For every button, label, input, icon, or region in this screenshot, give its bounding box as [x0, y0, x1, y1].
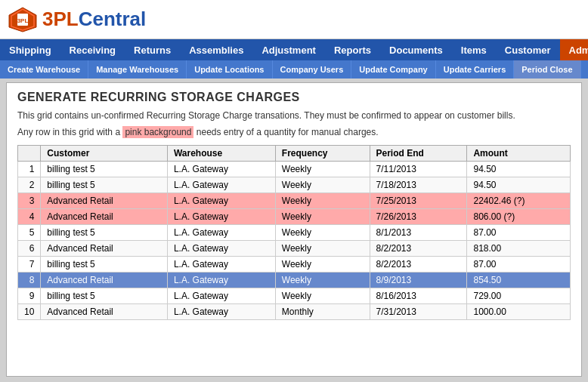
- subnav-update-locations[interactable]: Update Locations: [187, 60, 272, 79]
- nav-shipping[interactable]: Shipping: [0, 39, 60, 60]
- data-table: Customer Warehouse Frequency Period End …: [17, 145, 571, 320]
- cell-warehouse: L.A. Gateway: [167, 193, 275, 209]
- cell-period_end: 7/25/2013: [370, 193, 467, 209]
- warning-pink-highlight: pink background: [122, 126, 193, 138]
- logo-text: 3PLCentral: [42, 8, 146, 31]
- cell-frequency: Weekly: [275, 288, 370, 304]
- cell-frequency: Weekly: [275, 209, 370, 225]
- cell-row-num: 7: [18, 257, 41, 273]
- cell-frequency: Monthly: [275, 304, 370, 320]
- cell-amount: 854.50: [467, 273, 571, 288]
- cell-warehouse: L.A. Gateway: [167, 257, 275, 273]
- cell-warehouse: L.A. Gateway: [167, 241, 275, 257]
- cell-amount: 94.50: [467, 177, 571, 193]
- cell-customer: Advanced Retail: [41, 304, 168, 320]
- cell-customer: Advanced Retail: [41, 209, 168, 225]
- cell-warehouse: L.A. Gateway: [167, 225, 275, 241]
- table-body: 1billing test 5L.A. GatewayWeekly7/11/20…: [18, 162, 571, 320]
- nav-documents[interactable]: Documents: [380, 39, 452, 60]
- cell-row-num: 6: [18, 241, 41, 257]
- subnav-create-warehouse[interactable]: Create Warehouse: [0, 60, 88, 79]
- table-row[interactable]: 2billing test 5L.A. GatewayWeekly7/18/20…: [18, 177, 571, 193]
- cell-period_end: 8/9/2013: [370, 273, 467, 288]
- cell-customer: billing test 5: [41, 288, 168, 304]
- subnav-manage-warehouses[interactable]: Manage Warehouses: [88, 60, 187, 79]
- subnav-company-users[interactable]: Company Users: [273, 60, 352, 79]
- cell-period_end: 7/31/2013: [370, 304, 467, 320]
- cell-frequency: Weekly: [275, 241, 370, 257]
- col-header-frequency: Frequency: [275, 146, 370, 162]
- nav-items[interactable]: Items: [452, 39, 496, 60]
- col-header-period-end: Period End: [370, 146, 467, 162]
- table-row[interactable]: 9billing test 5L.A. GatewayWeekly8/16/20…: [18, 288, 571, 304]
- cell-period_end: 7/18/2013: [370, 177, 467, 193]
- cell-row-num: 10: [18, 304, 41, 320]
- info-text: This grid contains un-confirmed Recurrin…: [17, 110, 571, 121]
- table-row[interactable]: 5billing test 5L.A. GatewayWeekly8/1/201…: [18, 225, 571, 241]
- warning-text: Any row in this grid with a pink backgro…: [17, 127, 571, 137]
- cell-row-num: 2: [18, 177, 41, 193]
- cell-amount: 87.00: [467, 257, 571, 273]
- table-row[interactable]: 10Advanced RetailL.A. GatewayMonthly7/31…: [18, 304, 571, 320]
- cell-frequency: Weekly: [275, 257, 370, 273]
- cell-customer: Advanced Retail: [41, 273, 168, 288]
- table-row[interactable]: 7billing test 5L.A. GatewayWeekly8/2/201…: [18, 257, 571, 273]
- cell-frequency: Weekly: [275, 225, 370, 241]
- table-row[interactable]: 8Advanced RetailL.A. GatewayWeekly8/9/20…: [18, 273, 571, 288]
- table-row[interactable]: 3Advanced RetailL.A. GatewayWeekly7/25/2…: [18, 193, 571, 209]
- cell-amount: 818.00: [467, 241, 571, 257]
- sub-nav: Create Warehouse Manage Warehouses Updat…: [0, 60, 588, 79]
- col-header-num: [18, 146, 41, 162]
- nav-assemblies[interactable]: Assemblies: [180, 39, 252, 60]
- cell-amount: 1000.00: [467, 304, 571, 320]
- subnav-update-carriers[interactable]: Update Carriers: [436, 60, 515, 79]
- nav-customer[interactable]: Customer: [496, 39, 560, 60]
- nav-admin[interactable]: Admin: [560, 39, 589, 60]
- cell-row-num: 3: [18, 193, 41, 209]
- cell-warehouse: L.A. Gateway: [167, 273, 275, 288]
- cell-customer: billing test 5: [41, 225, 168, 241]
- cell-period_end: 7/26/2013: [370, 209, 467, 225]
- cell-row-num: 8: [18, 273, 41, 288]
- cell-row-num: 1: [18, 162, 41, 177]
- cell-warehouse: L.A. Gateway: [167, 288, 275, 304]
- cell-customer: billing test 5: [41, 257, 168, 273]
- col-header-warehouse: Warehouse: [167, 146, 275, 162]
- cell-amount: 806.00 (?): [467, 209, 571, 225]
- nav-adjustment[interactable]: Adjustment: [252, 39, 325, 60]
- cell-amount: 22402.46 (?): [467, 193, 571, 209]
- cell-customer: billing test 5: [41, 177, 168, 193]
- subnav-more[interactable]: Te...: [581, 60, 588, 79]
- nav-reports[interactable]: Reports: [325, 39, 380, 60]
- col-header-amount: Amount: [467, 146, 571, 162]
- cell-warehouse: L.A. Gateway: [167, 162, 275, 177]
- cell-amount: 94.50: [467, 162, 571, 177]
- svg-text:3PL: 3PL: [17, 17, 29, 24]
- logo-bar: 3PL 3PLCentral: [0, 0, 588, 39]
- nav-receiving[interactable]: Receiving: [60, 39, 125, 60]
- cell-frequency: Weekly: [275, 273, 370, 288]
- cell-warehouse: L.A. Gateway: [167, 209, 275, 225]
- page-title: Generate Recurring Storage Charges: [17, 91, 571, 104]
- warning-after: needs entry of a quantity for manual cha…: [197, 127, 379, 137]
- cell-row-num: 5: [18, 225, 41, 241]
- col-header-customer: Customer: [41, 146, 168, 162]
- cell-frequency: Weekly: [275, 162, 370, 177]
- cell-period_end: 8/2/2013: [370, 241, 467, 257]
- cell-period_end: 8/16/2013: [370, 288, 467, 304]
- subnav-update-company[interactable]: Update Company: [351, 60, 435, 79]
- cell-customer: billing test 5: [41, 162, 168, 177]
- cell-period_end: 8/1/2013: [370, 225, 467, 241]
- nav-returns[interactable]: Returns: [125, 39, 180, 60]
- table-row[interactable]: 1billing test 5L.A. GatewayWeekly7/11/20…: [18, 162, 571, 177]
- cell-amount: 87.00: [467, 225, 571, 241]
- table-row[interactable]: 4Advanced RetailL.A. GatewayWeekly7/26/2…: [18, 209, 571, 225]
- content-area: Generate Recurring Storage Charges This …: [6, 82, 582, 377]
- cell-warehouse: L.A. Gateway: [167, 177, 275, 193]
- logo-icon: 3PL: [8, 6, 38, 33]
- cell-row-num: 4: [18, 209, 41, 225]
- cell-period_end: 8/2/2013: [370, 257, 467, 273]
- table-row[interactable]: 6Advanced RetailL.A. GatewayWeekly8/2/20…: [18, 241, 571, 257]
- cell-frequency: Weekly: [275, 193, 370, 209]
- subnav-period-close[interactable]: Period Close: [514, 60, 580, 79]
